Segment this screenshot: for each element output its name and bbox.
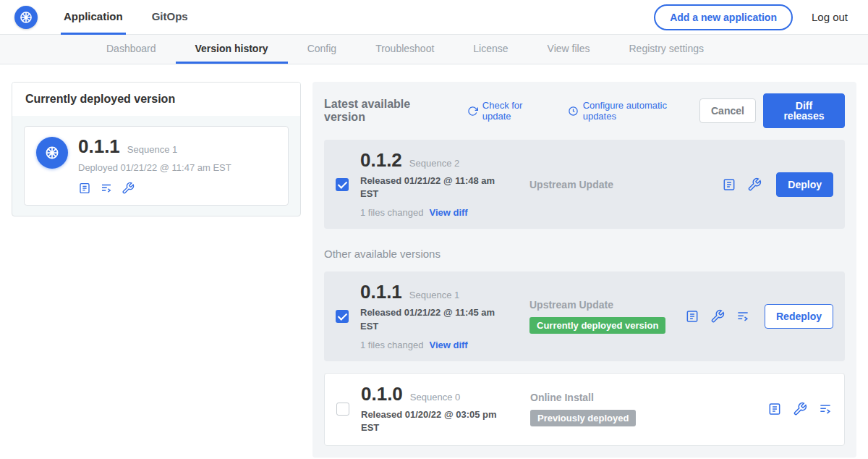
- subnav-item-version-history[interactable]: Version history: [176, 35, 288, 64]
- version-sequence: Sequence 2: [409, 158, 459, 169]
- currently-deployed-badge: Currently deployed version: [529, 317, 665, 334]
- released-timestamp: Released 01/21/22 @ 11:45 am EST: [360, 306, 498, 332]
- version-history-panel: Latest available version Check for updat…: [312, 82, 856, 458]
- diff-releases-button[interactable]: Diff releases: [763, 93, 845, 128]
- view-diff-link[interactable]: View diff: [429, 207, 467, 218]
- deploy-button[interactable]: Deploy: [776, 172, 833, 197]
- row-actions: Deploy: [722, 172, 833, 197]
- version-source-block: Online Install Previously deployed: [530, 392, 756, 426]
- release-notes-icon[interactable]: [767, 402, 782, 416]
- version-number: 0.1.1: [360, 282, 402, 301]
- add-application-button[interactable]: Add a new application: [654, 4, 793, 30]
- release-notes-icon[interactable]: [685, 309, 699, 324]
- version-number: 0.1.0: [361, 384, 403, 403]
- config-icon[interactable]: [710, 309, 725, 324]
- version-row-0-1-1: 0.1.1 Sequence 1 Released 01/21/22 @ 11:…: [324, 271, 845, 361]
- subnav-item-registry-settings[interactable]: Registry settings: [609, 35, 723, 64]
- check-for-update-label: Check for update: [482, 100, 552, 122]
- row-actions: Redeploy: [685, 304, 833, 329]
- view-diff-link[interactable]: View diff: [429, 340, 467, 350]
- currently-deployed-body: 0.1.1 Sequence 1 Deployed 01/21/22 @ 11:…: [12, 116, 300, 216]
- deployed-version-card: 0.1.1 Sequence 1 Deployed 01/21/22 @ 11:…: [24, 126, 289, 206]
- version-row-0-1-0: 0.1.0 Sequence 0 Released 01/20/22 @ 03:…: [324, 373, 845, 446]
- version-sequence: Sequence 1: [409, 290, 459, 300]
- tab-application[interactable]: Application: [61, 0, 126, 35]
- currently-deployed-card: Currently deployed version 0.1.1 Sequen: [12, 82, 301, 216]
- main-content: Currently deployed version 0.1.1 Sequen: [0, 64, 868, 459]
- release-notes-icon[interactable]: [722, 177, 736, 192]
- app-root: Application GitOps Add a new application…: [0, 0, 868, 459]
- deployed-version-info: 0.1.1 Sequence 1 Deployed 01/21/22 @ 11:…: [78, 137, 231, 195]
- subnav-item-dashboard[interactable]: Dashboard: [87, 35, 176, 64]
- logout-link[interactable]: Log out: [812, 11, 848, 23]
- subnav-item-troubleshoot[interactable]: Troubleshoot: [356, 35, 454, 64]
- other-versions-title: Other available versions: [324, 248, 845, 260]
- check-for-update-link[interactable]: Check for update: [467, 100, 552, 122]
- config-icon[interactable]: [793, 402, 807, 416]
- config-icon[interactable]: [122, 182, 135, 195]
- configure-automatic-updates-link[interactable]: Configure automatic updates: [568, 100, 699, 122]
- clock-icon: [568, 106, 579, 117]
- kubernetes-app-icon: [36, 137, 68, 169]
- latest-version-title: Latest available version: [324, 98, 451, 124]
- tab-gitops[interactable]: GitOps: [149, 0, 191, 35]
- version-source: Upstream Update: [529, 299, 673, 311]
- refresh-icon: [467, 106, 478, 117]
- subnav-item-view-files[interactable]: View files: [528, 35, 610, 64]
- version-info: 0.1.0 Sequence 0 Released 01/20/22 @ 03:…: [361, 384, 519, 434]
- version-source-block: Upstream Update: [529, 179, 710, 190]
- deployed-timestamp: Deployed 01/21/22 @ 11:47 am EST: [78, 162, 231, 173]
- version-source-block: Upstream Update Currently deployed versi…: [529, 299, 673, 334]
- subnav: Dashboard Version history Config Trouble…: [0, 35, 868, 64]
- deployed-sequence-label: Sequence 1: [127, 144, 177, 155]
- redeploy-button[interactable]: Redeploy: [765, 304, 833, 329]
- deployed-version-number: 0.1.1: [78, 137, 120, 156]
- topbar-right: Add a new application Log out: [654, 4, 854, 30]
- configure-automatic-updates-label: Configure automatic updates: [583, 100, 699, 122]
- deploy-logs-icon[interactable]: [100, 182, 113, 195]
- version-number: 0.1.2: [360, 151, 402, 169]
- deployed-icon-row: [78, 182, 231, 195]
- topbar-tabs: Application GitOps: [38, 0, 191, 35]
- topbar: Application GitOps Add a new application…: [0, 0, 868, 35]
- subnav-item-license[interactable]: License: [454, 35, 527, 64]
- version-checkbox[interactable]: [336, 310, 349, 323]
- kubernetes-logo-icon: [14, 6, 38, 29]
- version-info: 0.1.1 Sequence 1 Released 01/21/22 @ 11:…: [360, 282, 518, 350]
- version-checkbox[interactable]: [336, 178, 349, 191]
- files-changed-label: 1 files changed: [360, 207, 423, 218]
- version-row-0-1-2: 0.1.2 Sequence 2 Released 01/21/22 @ 11:…: [324, 140, 845, 229]
- row-actions: [767, 402, 833, 416]
- cancel-button[interactable]: Cancel: [699, 98, 756, 123]
- version-source: Online Install: [530, 392, 756, 403]
- released-timestamp: Released 01/20/22 @ 03:05 pm EST: [361, 408, 498, 434]
- files-changed-label: 1 files changed: [360, 340, 423, 350]
- deploy-logs-icon[interactable]: [736, 309, 750, 324]
- version-info: 0.1.2 Sequence 2 Released 01/21/22 @ 11:…: [360, 151, 518, 218]
- subnav-item-config[interactable]: Config: [288, 35, 356, 64]
- released-timestamp: Released 01/21/22 @ 11:48 am EST: [360, 174, 498, 201]
- latest-version-header: Latest available version Check for updat…: [324, 93, 845, 128]
- release-notes-icon[interactable]: [78, 182, 91, 195]
- config-icon[interactable]: [747, 177, 762, 192]
- deploy-logs-icon[interactable]: [818, 402, 833, 416]
- version-checkbox[interactable]: [336, 403, 349, 416]
- currently-deployed-title: Currently deployed version: [12, 83, 300, 116]
- previously-deployed-badge: Previously deployed: [530, 410, 636, 426]
- version-sequence: Sequence 0: [410, 392, 460, 403]
- version-source: Upstream Update: [529, 179, 710, 190]
